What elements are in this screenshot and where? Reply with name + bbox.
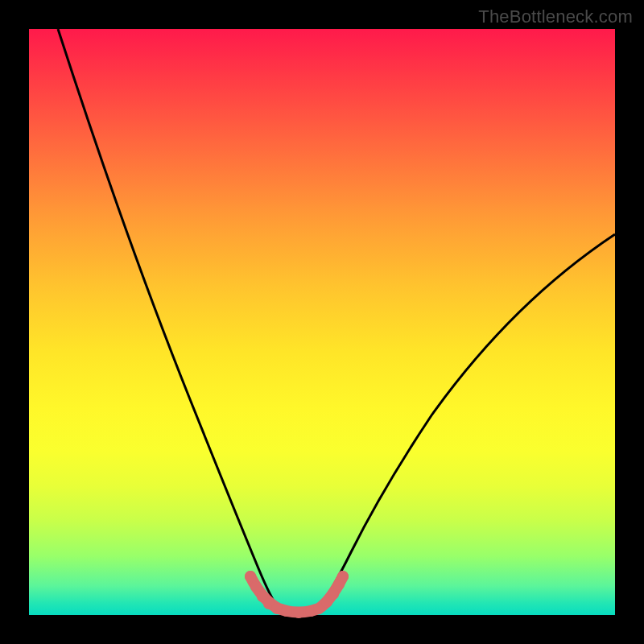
curve-right-arm <box>319 234 615 609</box>
curve-left-arm <box>58 29 279 609</box>
chart-frame: TheBottleneck.com <box>0 0 644 644</box>
svg-point-0 <box>245 571 256 582</box>
svg-point-1 <box>250 581 262 592</box>
highlight-dots <box>245 571 349 618</box>
svg-point-4 <box>271 603 283 614</box>
svg-point-5 <box>281 605 292 617</box>
watermark-text: TheBottleneck.com <box>478 6 633 27</box>
svg-point-6 <box>293 607 304 618</box>
curve-layer <box>29 29 615 615</box>
svg-point-12 <box>337 571 349 582</box>
plot-area <box>29 29 615 615</box>
svg-point-10 <box>328 588 339 600</box>
